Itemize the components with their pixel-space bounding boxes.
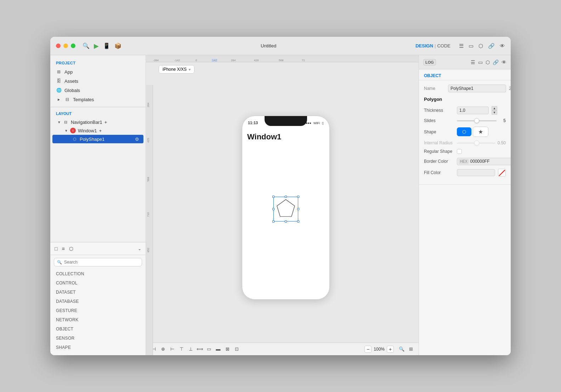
app-icon: ⊞ (56, 69, 62, 75)
category-database[interactable]: DATABASE (50, 297, 146, 306)
panel-collapse-icon[interactable]: ⌄ (138, 246, 141, 251)
link-icon[interactable]: 🔗 (488, 43, 495, 49)
design-code-toggle: DESIGN | CODE (415, 43, 450, 48)
search-box: 🔍 (54, 258, 142, 266)
polygon-container[interactable] (273, 197, 298, 221)
zoom-out-button[interactable]: − (364, 346, 372, 353)
slides-label: Slides (424, 118, 454, 123)
component-view-icon[interactable]: □ (55, 246, 57, 252)
design-tab[interactable]: DESIGN (415, 43, 433, 48)
list-view-icon[interactable]: ☰ (459, 43, 464, 49)
preview-panel-icon[interactable]: 👁 (502, 59, 506, 65)
thickness-stepper: ▲ ▼ (492, 106, 497, 115)
layout-icon-3[interactable]: ⊠ (224, 346, 231, 353)
align-right-icon[interactable]: ⊢ (169, 346, 176, 353)
close-button[interactable] (56, 44, 61, 48)
layout-icon-1[interactable]: ▭ (205, 346, 212, 353)
sidebar-item-app[interactable]: ⊞ App (50, 67, 146, 76)
regular-shape-checkbox[interactable] (457, 149, 462, 154)
zoom-in-button[interactable]: + (387, 346, 394, 353)
nav-icon: ⊟ (63, 119, 69, 125)
align-top-icon[interactable]: ⊤ (178, 346, 185, 353)
fill-color-hex-input[interactable] (459, 170, 493, 175)
handle-tl[interactable] (272, 196, 274, 198)
internal-radius-row: Internal Radius 0.50 (424, 140, 506, 145)
components-icon[interactable]: ⬡ (478, 43, 483, 49)
object-name-input[interactable] (448, 85, 506, 92)
border-color-label: Border Color (424, 159, 454, 164)
nav-add-button[interactable]: + (104, 120, 107, 125)
component-3d-icon[interactable]: ⬡ (69, 246, 73, 252)
handle-bm[interactable] (285, 220, 287, 223)
handle-tr[interactable] (297, 196, 299, 198)
object-tab-label[interactable]: OBJECT (424, 73, 441, 78)
layout-icon-2[interactable]: ▬ (215, 346, 222, 353)
link-panel-icon[interactable]: 🔗 (493, 59, 499, 65)
category-control[interactable]: CONTROL (50, 278, 146, 288)
minimize-button[interactable] (63, 44, 68, 48)
handle-br[interactable] (297, 220, 299, 223)
handle-tm[interactable] (285, 196, 287, 198)
fit-icon[interactable]: ⊞ (407, 346, 414, 353)
main-window: 🔍 ▶ 📱 📦 Untitled DESIGN | CODE ☰ ▭ ⬡ 🔗 👁… (50, 37, 511, 355)
thickness-input[interactable] (457, 106, 489, 114)
store-icon[interactable]: 📦 (114, 42, 121, 49)
handle-ml[interactable] (272, 208, 274, 210)
fill-color-swatch[interactable] (498, 169, 506, 177)
device-icon[interactable]: 📱 (103, 42, 110, 49)
shape-polygon-button[interactable]: ⬡ (457, 127, 471, 136)
ruler-vertical: 284 425 568 710 852 (146, 85, 153, 355)
layout-icon-4[interactable]: ⊡ (233, 346, 240, 353)
category-shape[interactable]: SHAPE (50, 343, 146, 352)
canvas-area: iPhone X/XS ▾ 11:13 ●●● WiFi ▯ (153, 62, 419, 342)
distribute-h-icon[interactable]: ⟺ (196, 346, 203, 353)
eye-icon[interactable]: 👁 (500, 43, 505, 49)
search-input[interactable] (64, 260, 139, 265)
internal-radius-slider-container: 0.50 (457, 140, 506, 145)
window-add-button[interactable]: + (99, 128, 102, 133)
tree-item-navBar[interactable]: ▼ ⊟ NavigationBar1 + (50, 118, 146, 126)
tree-item-window[interactable]: ▼ ! Window1 + (50, 126, 146, 135)
run-icon[interactable]: ▶ (94, 42, 99, 50)
sidebar-item-globals[interactable]: 🌐 Globals (50, 86, 146, 95)
category-sensor[interactable]: SENSOR (50, 334, 146, 343)
sidebar-item-templates[interactable]: ▶ ⊟ Templates (50, 95, 146, 104)
log-tab[interactable]: LOG (423, 59, 436, 65)
polyshape-settings-icon[interactable]: ⚙ (135, 137, 139, 142)
tree-item-polyshape[interactable]: ⬡ PolyShape1 ⚙ (52, 135, 143, 143)
right-panel-tabs: LOG ☰ ▭ ⬡ 🔗 👁 (419, 55, 511, 69)
list-panel-icon[interactable]: ☰ (471, 59, 475, 65)
search-icon[interactable]: 🔍 (83, 42, 90, 49)
ruler-horizontal: -284 -142 0 142 284 426 568 71 (146, 55, 419, 62)
category-network[interactable]: NETWORK (50, 315, 146, 324)
templates-chevron: ▶ (56, 97, 62, 102)
category-dataset[interactable]: DATASET (50, 288, 146, 297)
handle-bl[interactable] (272, 220, 274, 223)
sidebar-item-assets[interactable]: 🗄 Assets (50, 76, 146, 86)
align-bottom-icon[interactable]: ⊥ (187, 346, 194, 353)
internal-radius-thumb[interactable] (474, 140, 479, 145)
shape-star-button[interactable]: ★ (473, 127, 488, 137)
handle-mr[interactable] (297, 208, 299, 210)
category-object[interactable]: OBJECT (50, 324, 146, 334)
component-list-icon[interactable]: ≡ (62, 246, 64, 252)
phone-frame: 11:13 ●●● WiFi ▯ Window1 (242, 116, 330, 300)
search-zoom-icon[interactable]: 🔍 (398, 346, 405, 353)
slides-slider-thumb[interactable] (474, 118, 479, 123)
layers-panel-icon[interactable]: ⬡ (486, 59, 490, 65)
device-view-icon[interactable]: ▭ (469, 43, 474, 49)
thickness-up[interactable]: ▲ (492, 106, 497, 110)
device-chevron: ▾ (189, 68, 191, 71)
border-color-hex-input[interactable] (470, 159, 511, 164)
regular-shape-row: Regular Shape (424, 149, 506, 154)
frame-panel-icon[interactable]: ▭ (478, 59, 483, 65)
code-tab[interactable]: CODE (437, 43, 450, 48)
device-selector[interactable]: iPhone X/XS ▾ (159, 65, 194, 74)
tree-label-nav: NavigationBar1 (71, 120, 102, 125)
canvas-bottom-icons: ⊣ ⊕ ⊢ ⊤ ⊥ ⟺ ▭ ▬ ⊠ ⊡ (150, 346, 240, 353)
category-gesture[interactable]: GESTURE (50, 306, 146, 315)
thickness-down[interactable]: ▼ (492, 110, 497, 115)
category-collection[interactable]: COLLECTION (50, 269, 146, 278)
maximize-button[interactable] (71, 44, 75, 48)
align-center-h-icon[interactable]: ⊕ (159, 346, 166, 353)
